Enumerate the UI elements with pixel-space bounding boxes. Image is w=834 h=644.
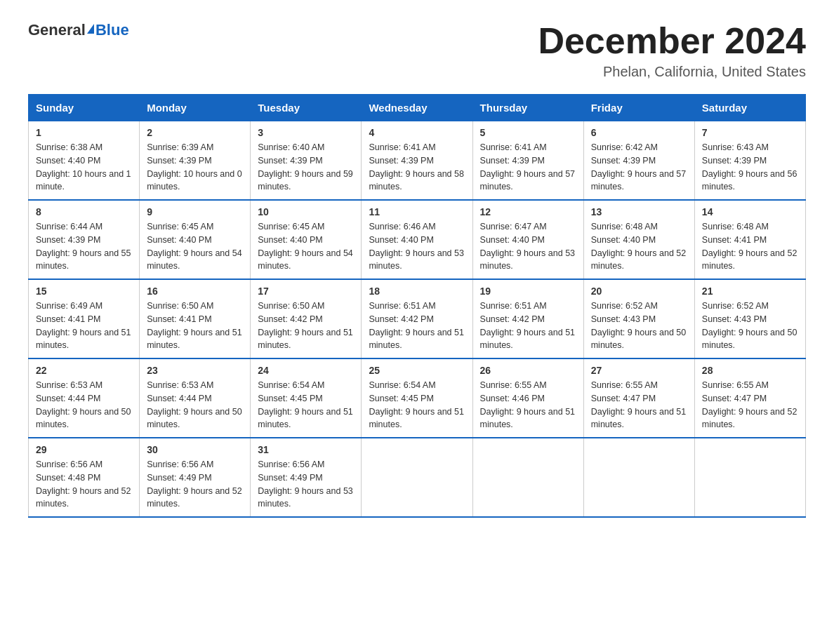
calendar-day-cell: 23 Sunrise: 6:53 AM Sunset: 4:44 PM Dayl… (140, 358, 251, 438)
calendar-day-cell: 17 Sunrise: 6:50 AM Sunset: 4:42 PM Dayl… (251, 279, 362, 358)
day-number: 11 (369, 206, 465, 217)
day-info: Sunrise: 6:55 AM Sunset: 4:47 PM Dayligh… (591, 379, 687, 431)
header-tuesday: Tuesday (251, 95, 362, 121)
month-title: December 2024 (538, 21, 806, 61)
day-info: Sunrise: 6:53 AM Sunset: 4:44 PM Dayligh… (36, 379, 132, 431)
calendar-empty-cell (583, 438, 694, 517)
day-info: Sunrise: 6:41 AM Sunset: 4:39 PM Dayligh… (369, 141, 465, 194)
day-info: Sunrise: 6:56 AM Sunset: 4:49 PM Dayligh… (147, 458, 243, 511)
day-number: 19 (480, 286, 576, 297)
calendar-day-cell: 1 Sunrise: 6:38 AM Sunset: 4:40 PM Dayli… (29, 121, 140, 201)
day-info: Sunrise: 6:56 AM Sunset: 4:49 PM Dayligh… (258, 458, 354, 511)
day-number: 30 (147, 444, 243, 455)
day-number: 4 (369, 127, 465, 138)
day-info: Sunrise: 6:48 AM Sunset: 4:41 PM Dayligh… (702, 220, 798, 273)
day-number: 9 (147, 206, 243, 217)
day-number: 10 (258, 206, 354, 217)
title-area: December 2024 Phelan, California, United… (538, 21, 806, 80)
day-info: Sunrise: 6:44 AM Sunset: 4:39 PM Dayligh… (36, 220, 132, 273)
day-number: 7 (702, 127, 798, 138)
day-info: Sunrise: 6:39 AM Sunset: 4:39 PM Dayligh… (147, 141, 243, 194)
day-number: 27 (591, 365, 687, 376)
calendar-day-cell: 26 Sunrise: 6:55 AM Sunset: 4:46 PM Dayl… (472, 358, 583, 438)
calendar-day-cell: 4 Sunrise: 6:41 AM Sunset: 4:39 PM Dayli… (362, 121, 472, 201)
day-info: Sunrise: 6:41 AM Sunset: 4:39 PM Dayligh… (480, 141, 576, 194)
location-subtitle: Phelan, California, United States (538, 64, 806, 80)
calendar-day-cell: 29 Sunrise: 6:56 AM Sunset: 4:48 PM Dayl… (29, 438, 140, 517)
calendar-day-cell: 9 Sunrise: 6:45 AM Sunset: 4:40 PM Dayli… (140, 200, 251, 279)
day-number: 31 (258, 444, 354, 455)
calendar-day-cell: 8 Sunrise: 6:44 AM Sunset: 4:39 PM Dayli… (29, 200, 140, 279)
calendar-day-cell: 14 Sunrise: 6:48 AM Sunset: 4:41 PM Dayl… (694, 200, 805, 279)
calendar-day-cell: 28 Sunrise: 6:55 AM Sunset: 4:47 PM Dayl… (694, 358, 805, 438)
calendar-day-cell: 11 Sunrise: 6:46 AM Sunset: 4:40 PM Dayl… (362, 200, 472, 279)
day-info: Sunrise: 6:47 AM Sunset: 4:40 PM Dayligh… (480, 220, 576, 273)
day-number: 8 (36, 206, 132, 217)
header-wednesday: Wednesday (362, 95, 472, 121)
logo-general-text: General (28, 21, 86, 39)
day-info: Sunrise: 6:42 AM Sunset: 4:39 PM Dayligh… (591, 141, 687, 194)
day-info: Sunrise: 6:38 AM Sunset: 4:40 PM Dayligh… (36, 141, 132, 194)
day-number: 23 (147, 365, 243, 376)
calendar-day-cell: 18 Sunrise: 6:51 AM Sunset: 4:42 PM Dayl… (362, 279, 472, 358)
calendar-day-cell: 30 Sunrise: 6:56 AM Sunset: 4:49 PM Dayl… (140, 438, 251, 517)
calendar-week-row: 8 Sunrise: 6:44 AM Sunset: 4:39 PM Dayli… (29, 200, 806, 279)
day-number: 26 (480, 365, 576, 376)
day-info: Sunrise: 6:46 AM Sunset: 4:40 PM Dayligh… (369, 220, 465, 273)
calendar-day-cell: 31 Sunrise: 6:56 AM Sunset: 4:49 PM Dayl… (251, 438, 362, 517)
calendar-day-cell: 20 Sunrise: 6:52 AM Sunset: 4:43 PM Dayl… (583, 279, 694, 358)
calendar-day-cell: 15 Sunrise: 6:49 AM Sunset: 4:41 PM Dayl… (29, 279, 140, 358)
day-info: Sunrise: 6:52 AM Sunset: 4:43 PM Dayligh… (591, 300, 687, 352)
day-number: 20 (591, 286, 687, 297)
day-number: 25 (369, 365, 465, 376)
day-number: 5 (480, 127, 576, 138)
day-info: Sunrise: 6:51 AM Sunset: 4:42 PM Dayligh… (369, 300, 465, 352)
day-number: 14 (702, 206, 798, 217)
day-number: 22 (36, 365, 132, 376)
header-monday: Monday (140, 95, 251, 121)
header-friday: Friday (583, 95, 694, 121)
calendar-week-row: 15 Sunrise: 6:49 AM Sunset: 4:41 PM Dayl… (29, 279, 806, 358)
calendar-day-cell: 6 Sunrise: 6:42 AM Sunset: 4:39 PM Dayli… (583, 121, 694, 201)
calendar-day-cell: 22 Sunrise: 6:53 AM Sunset: 4:44 PM Dayl… (29, 358, 140, 438)
day-number: 21 (702, 286, 798, 297)
calendar-week-row: 1 Sunrise: 6:38 AM Sunset: 4:40 PM Dayli… (29, 121, 806, 201)
day-number: 3 (258, 127, 354, 138)
calendar-day-cell: 16 Sunrise: 6:50 AM Sunset: 4:41 PM Dayl… (140, 279, 251, 358)
day-info: Sunrise: 6:56 AM Sunset: 4:48 PM Dayligh… (36, 458, 132, 511)
calendar-day-cell: 13 Sunrise: 6:48 AM Sunset: 4:40 PM Dayl… (583, 200, 694, 279)
calendar-empty-cell (694, 438, 805, 517)
calendar-week-row: 29 Sunrise: 6:56 AM Sunset: 4:48 PM Dayl… (29, 438, 806, 517)
day-info: Sunrise: 6:48 AM Sunset: 4:40 PM Dayligh… (591, 220, 687, 273)
day-info: Sunrise: 6:45 AM Sunset: 4:40 PM Dayligh… (147, 220, 243, 273)
day-number: 29 (36, 444, 132, 455)
calendar-day-cell: 3 Sunrise: 6:40 AM Sunset: 4:39 PM Dayli… (251, 121, 362, 201)
day-info: Sunrise: 6:55 AM Sunset: 4:47 PM Dayligh… (702, 379, 798, 431)
day-number: 24 (258, 365, 354, 376)
day-info: Sunrise: 6:40 AM Sunset: 4:39 PM Dayligh… (258, 141, 354, 194)
calendar-day-cell: 27 Sunrise: 6:55 AM Sunset: 4:47 PM Dayl… (583, 358, 694, 438)
calendar-empty-cell (362, 438, 472, 517)
calendar-day-cell: 2 Sunrise: 6:39 AM Sunset: 4:39 PM Dayli… (140, 121, 251, 201)
header-saturday: Saturday (694, 95, 805, 121)
calendar-empty-cell (472, 438, 583, 517)
day-number: 1 (36, 127, 132, 138)
day-number: 15 (36, 286, 132, 297)
header-sunday: Sunday (29, 95, 140, 121)
logo-blue-text: Blue (95, 21, 129, 39)
calendar-day-cell: 7 Sunrise: 6:43 AM Sunset: 4:39 PM Dayli… (694, 121, 805, 201)
day-number: 6 (591, 127, 687, 138)
calendar-day-cell: 25 Sunrise: 6:54 AM Sunset: 4:45 PM Dayl… (362, 358, 472, 438)
day-info: Sunrise: 6:54 AM Sunset: 4:45 PM Dayligh… (258, 379, 354, 431)
logo: General Blue (28, 21, 129, 39)
day-info: Sunrise: 6:52 AM Sunset: 4:43 PM Dayligh… (702, 300, 798, 352)
day-info: Sunrise: 6:55 AM Sunset: 4:46 PM Dayligh… (480, 379, 576, 431)
calendar-table: SundayMondayTuesdayWednesdayThursdayFrid… (28, 94, 806, 518)
logo-triangle-icon (87, 24, 94, 34)
calendar-day-cell: 10 Sunrise: 6:45 AM Sunset: 4:40 PM Dayl… (251, 200, 362, 279)
calendar-day-cell: 19 Sunrise: 6:51 AM Sunset: 4:42 PM Dayl… (472, 279, 583, 358)
calendar-day-cell: 5 Sunrise: 6:41 AM Sunset: 4:39 PM Dayli… (472, 121, 583, 201)
calendar-day-cell: 21 Sunrise: 6:52 AM Sunset: 4:43 PM Dayl… (694, 279, 805, 358)
day-info: Sunrise: 6:45 AM Sunset: 4:40 PM Dayligh… (258, 220, 354, 273)
day-number: 12 (480, 206, 576, 217)
